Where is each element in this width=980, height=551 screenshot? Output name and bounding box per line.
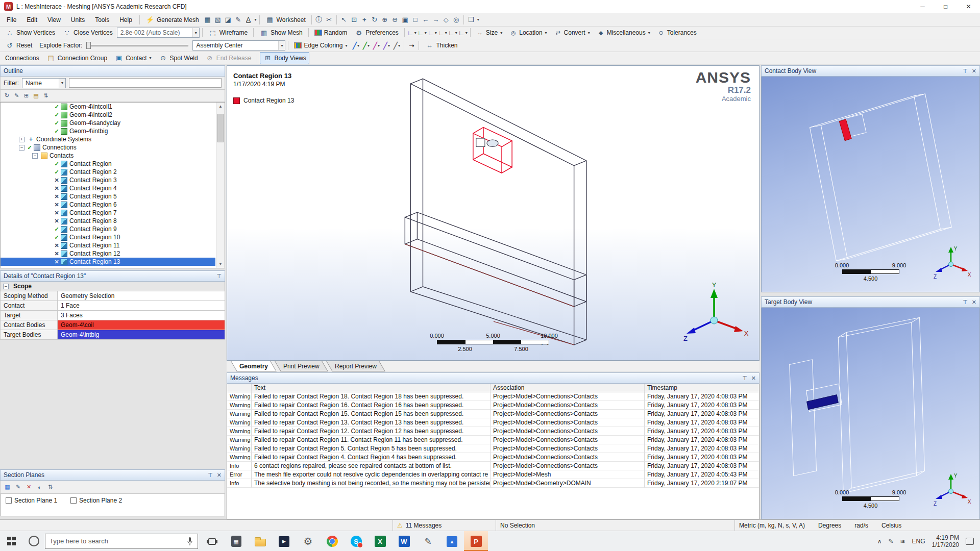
start-button[interactable] — [0, 531, 22, 551]
look-at-icon[interactable]: ◎ — [452, 15, 461, 24]
maximize-button[interactable]: □ — [934, 0, 957, 13]
edge-mode-icon[interactable]: ∟▾ — [418, 28, 427, 37]
details-row-contact-bodies[interactable]: Contact Bodies Geom-4\coil — [0, 320, 225, 330]
close-icon[interactable]: ✕ — [217, 472, 222, 479]
connection-group-button[interactable]: ▤ Connection Group — [43, 52, 110, 64]
message-row[interactable]: Info The selective body meshing is not b… — [227, 479, 759, 488]
taskbar-clock[interactable]: 4:19 PM 1/17/2020 — [932, 534, 959, 548]
tree-item-contact-region[interactable]: ✕Contact Region 8 — [1, 217, 215, 225]
explode-factor-slider[interactable] — [86, 41, 188, 49]
zoom-box-icon[interactable]: □ — [411, 15, 420, 24]
menu-units[interactable]: Units — [66, 15, 89, 25]
tree-item-contact-region[interactable]: ✕Contact Region 5 — [1, 192, 215, 201]
scroll-down-icon[interactable]: ▼ — [218, 262, 223, 268]
reset-button[interactable]: ↺ Reset — [2, 39, 35, 52]
tree-item-contact-region[interactable]: ✓Contact Region 10 — [1, 233, 215, 241]
hidden-icons-chevron-icon[interactable]: ∧ — [877, 538, 882, 545]
edge-mode-icon[interactable]: ∟▾ — [448, 28, 457, 37]
menu-help[interactable]: Help — [115, 15, 137, 25]
tree-item-contact-region[interactable]: ✕Contact Region 4 — [1, 184, 215, 192]
edge-mode-icon[interactable]: ∟▾ — [458, 28, 468, 37]
file-explorer-button[interactable] — [248, 531, 272, 551]
worksheet-button[interactable]: ▤ Worksheet — [262, 14, 309, 26]
collapse-icon[interactable]: − — [3, 284, 9, 289]
generate-mesh-button[interactable]: ⚡ Generate Mesh — [142, 14, 202, 26]
contact-body-viewport[interactable]: 0.000 9.000 4.500 Y X Z — [761, 77, 980, 292]
message-row[interactable]: Warning Failed to repair Contact Region … — [227, 427, 759, 436]
details-row[interactable]: Contact 1 Face — [0, 301, 225, 311]
message-row[interactable]: Warning Failed to repair Contact Region … — [227, 436, 759, 444]
wireframe-button[interactable]: ⬚ Wireframe — [205, 27, 251, 39]
geometry-viewport[interactable]: Contact Region 13 1/17/2020 4:19 PM Cont… — [227, 65, 760, 361]
details-row[interactable]: Scoping Method Geometry Selection — [0, 291, 225, 301]
tree-item-body[interactable]: ✓Geom-4\sandyclay — [1, 119, 215, 127]
link-icon[interactable]: ✂ — [325, 15, 334, 24]
calculator-button[interactable]: ▦ — [224, 531, 248, 551]
powerpoint-button-active[interactable]: P — [464, 531, 488, 551]
tree-item-contact-region[interactable]: ✓Contact Region 9 — [1, 225, 215, 233]
pin-icon[interactable]: ⊤ — [216, 273, 222, 280]
word-button[interactable]: W — [392, 531, 416, 551]
message-row[interactable]: Warning Failed to repair Contact Region … — [227, 401, 759, 410]
close-icon[interactable]: ✕ — [972, 68, 976, 74]
tree-item-contacts[interactable]: −Contacts — [1, 152, 215, 160]
message-row[interactable]: Warning Failed to repair Contact Region … — [227, 444, 759, 453]
movies-tv-button[interactable]: ▶ — [272, 531, 296, 551]
tree-item-contact-region[interactable]: ✓Contact Region 2 — [1, 168, 215, 176]
close-icon[interactable]: ✕ — [972, 299, 976, 306]
tab-print-preview[interactable]: Print Preview — [275, 361, 328, 371]
connections-button[interactable]: Connections — [2, 53, 42, 63]
scroll-thumb[interactable] — [217, 114, 224, 142]
expand-icon[interactable]: + — [19, 137, 24, 142]
checkbox-icon[interactable] — [6, 497, 12, 504]
mesh-preview-icon[interactable]: ▧ — [213, 15, 223, 24]
tree-item-contact-region[interactable]: ✕Contact Region 6 — [1, 201, 215, 209]
chrome-button[interactable] — [320, 531, 344, 551]
info-icon[interactable]: ⓘ — [314, 15, 324, 24]
spot-weld-button[interactable]: ⊙ Spot Weld — [156, 52, 201, 64]
size-dropdown[interactable]: ↔ Size ▾ — [473, 27, 505, 39]
tree-item-connections[interactable]: −✓Connections — [1, 143, 215, 152]
target-body-viewport[interactable]: 0.000 9.000 4.500 Y X Z — [761, 308, 980, 519]
edge-mode-icon[interactable]: ∟▾ — [407, 28, 416, 37]
filter-type-select[interactable]: Name ▾ — [22, 78, 66, 88]
network-icon[interactable]: ≋ — [900, 538, 905, 545]
tree-item-contact-region[interactable]: ✓Contact Region — [1, 160, 215, 168]
annotation-icon[interactable]: ✎ — [234, 15, 243, 24]
collapse-icon[interactable]: − — [19, 145, 24, 151]
random-colors-button[interactable]: Random — [311, 28, 350, 38]
tree-item-contact-region[interactable]: ✕Contact Region 7 — [1, 209, 215, 217]
message-row[interactable]: Warning Failed to repair Contact Region … — [227, 392, 759, 401]
chevron-down-icon[interactable]: ▾ — [255, 17, 257, 22]
contact-dropdown[interactable]: ▣ Contact ▾ — [111, 52, 154, 64]
status-messages[interactable]: ⚠ 11 Messages — [393, 520, 496, 531]
edge-color-mode-icon[interactable]: ╱▾ — [361, 41, 371, 50]
details-group-scope[interactable]: − Scope — [0, 282, 225, 291]
edge-color-mode-icon[interactable]: ╱▾ — [392, 41, 401, 50]
location-dropdown[interactable]: ◎ Location ▾ — [506, 27, 550, 39]
vertex-scale-select[interactable]: 2.8e-002 (Auto Scale) ▾ — [117, 28, 200, 38]
tree-item-body[interactable]: ✓Geom-4\intcoil2 — [1, 111, 215, 119]
collapse-icon[interactable]: − — [32, 153, 38, 159]
tree-item-contact-region[interactable]: ✕Contact Region 12 — [1, 249, 215, 258]
next-view-icon[interactable]: → — [431, 15, 440, 24]
taskbar-search[interactable] — [45, 534, 198, 549]
photos-button[interactable]: ▲ — [440, 531, 464, 551]
tree-item-contact-region-13-selected[interactable]: ✕Contact Region 13 — [1, 258, 215, 266]
slider-thumb[interactable] — [86, 42, 91, 49]
task-view-button[interactable] — [200, 531, 224, 551]
tab-report-preview[interactable]: Report Preview — [326, 361, 385, 371]
tolerances-button[interactable]: ⊙ Tolerances — [654, 27, 700, 39]
close-vertices-button[interactable]: ∵ Close Vertices — [59, 27, 116, 39]
orientation-triad[interactable]: Y X Z — [932, 471, 972, 508]
zoom-in-icon[interactable]: ⊕ — [380, 15, 389, 24]
section-plane-1-item[interactable]: Section Plane 1 — [6, 497, 57, 504]
pin-icon[interactable]: ⊤ — [963, 299, 968, 306]
message-row[interactable]: Warning Failed to repair Contact Region … — [227, 410, 759, 418]
message-row[interactable]: Info 6 contact regions repaired, please … — [227, 462, 759, 470]
viewports-icon[interactable]: ❒ — [467, 15, 476, 24]
skype-button[interactable]: S — [344, 531, 368, 551]
show-mesh-button[interactable]: ▦ Show Mesh — [256, 27, 306, 39]
edit-filter-icon[interactable]: ✎ — [13, 91, 20, 101]
details-row[interactable]: Target 3 Faces — [0, 311, 225, 320]
